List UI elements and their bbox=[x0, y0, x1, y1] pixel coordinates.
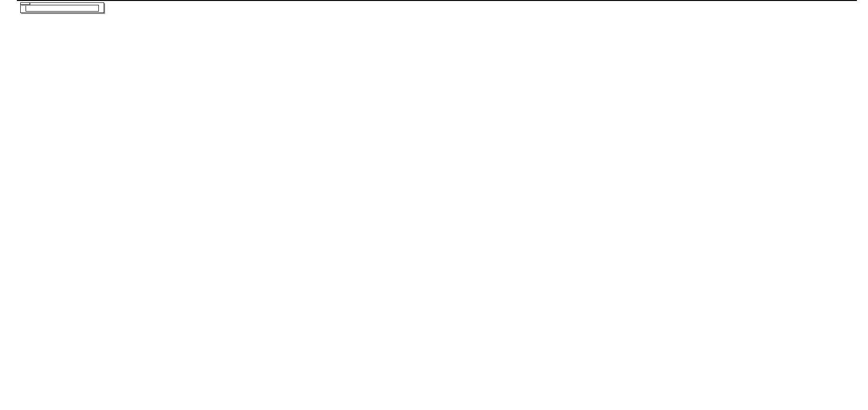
std-absi-label bbox=[20, 2, 30, 5]
figure bbox=[0, 0, 868, 410]
v-colorbar-legend bbox=[20, 2, 104, 13]
temperature-line-panel bbox=[17, 0, 857, 1]
v-colorbar-ticks bbox=[21, 12, 104, 13]
x-axis-tick-stubs bbox=[17, 390, 162, 410]
v-colorbar bbox=[26, 5, 99, 12]
v-legend-title bbox=[21, 3, 104, 4]
